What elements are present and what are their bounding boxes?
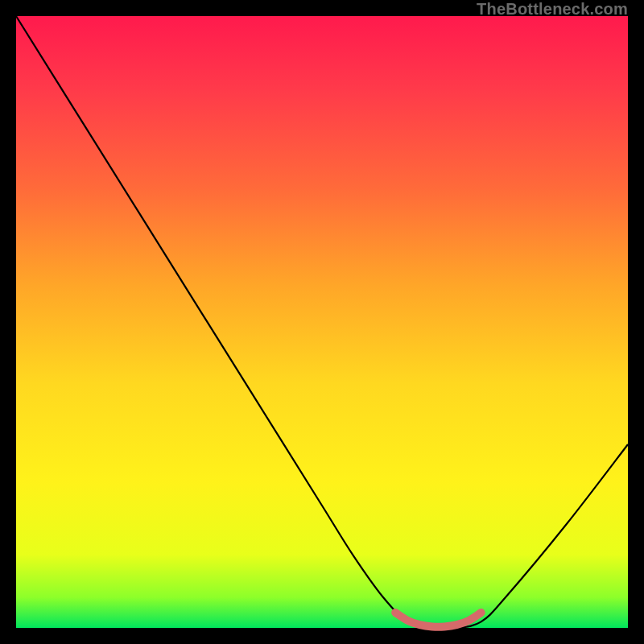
chart-frame: TheBottleneck.com [0, 0, 644, 644]
optimal-range-marker [395, 613, 481, 627]
watermark: TheBottleneck.com [477, 0, 628, 19]
bottleneck-curve [16, 16, 628, 629]
curve-layer [16, 16, 628, 628]
